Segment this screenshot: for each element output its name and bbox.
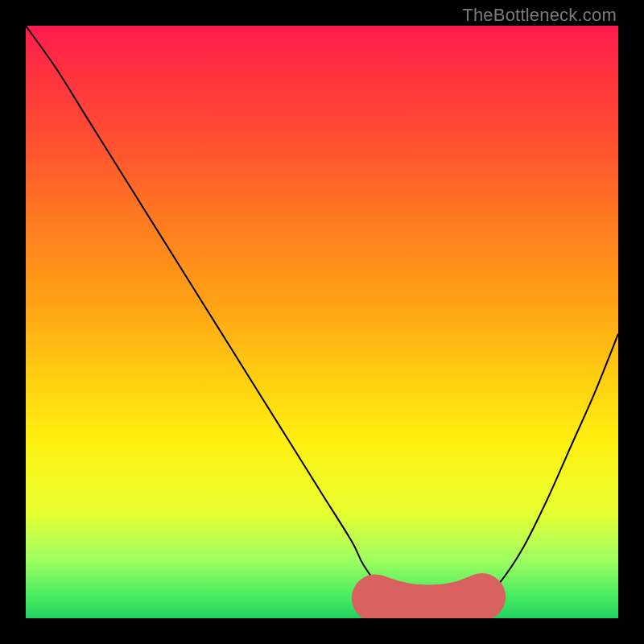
chart-container: TheBottleneck.com — [0, 0, 644, 644]
highlight-dot — [369, 592, 382, 605]
highlight-dot — [476, 590, 489, 603]
bottleneck-curve — [26, 26, 618, 618]
highlight-dots — [369, 590, 489, 609]
bottleneck-curve-path — [26, 26, 618, 613]
highlight-segment — [375, 597, 481, 609]
plot-area — [26, 26, 618, 618]
watermark-text: TheBottleneck.com — [462, 5, 617, 26]
